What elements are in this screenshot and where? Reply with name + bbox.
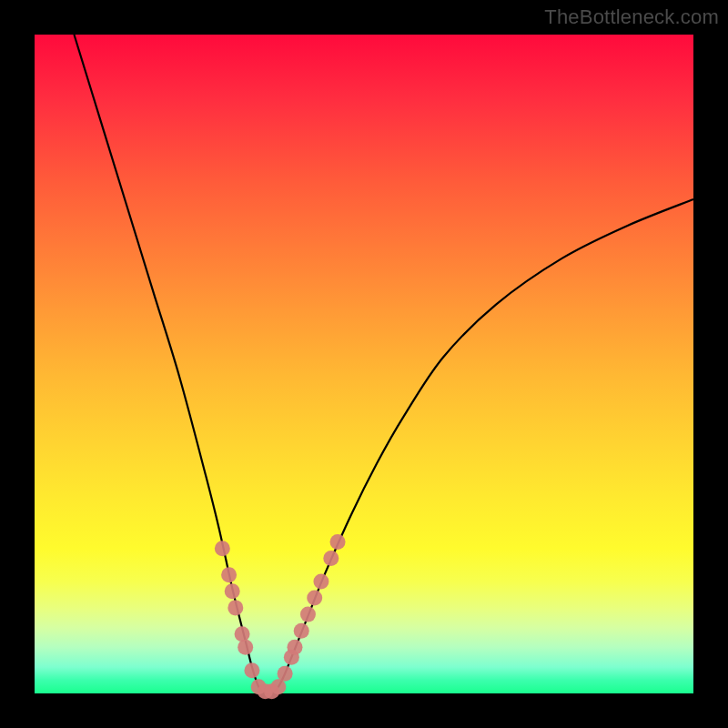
chart-container: TheBottleneck.com (0, 0, 728, 728)
highlight-dot (300, 607, 316, 622)
highlight-dot (294, 623, 309, 639)
highlight-dot (313, 573, 329, 589)
highlight-dot (307, 591, 322, 606)
plot-area (35, 35, 693, 693)
highlight-dot (244, 662, 259, 678)
highlight-dot (235, 626, 250, 642)
bottleneck-curve (74, 35, 693, 694)
highlight-dot (330, 534, 346, 550)
highlight-dot (228, 600, 243, 615)
highlight-dot (225, 583, 240, 599)
chart-svg (35, 35, 693, 693)
highlight-dot (278, 666, 293, 682)
highlight-dot (221, 567, 237, 582)
highlight-dot (215, 541, 230, 556)
highlight-dot (238, 640, 253, 655)
highlight-dot (323, 551, 339, 566)
watermark-label: TheBottleneck.com (544, 5, 719, 29)
highlight-dot (270, 679, 286, 694)
highlight-dot (287, 640, 302, 655)
highlight-dots-group (215, 534, 346, 699)
